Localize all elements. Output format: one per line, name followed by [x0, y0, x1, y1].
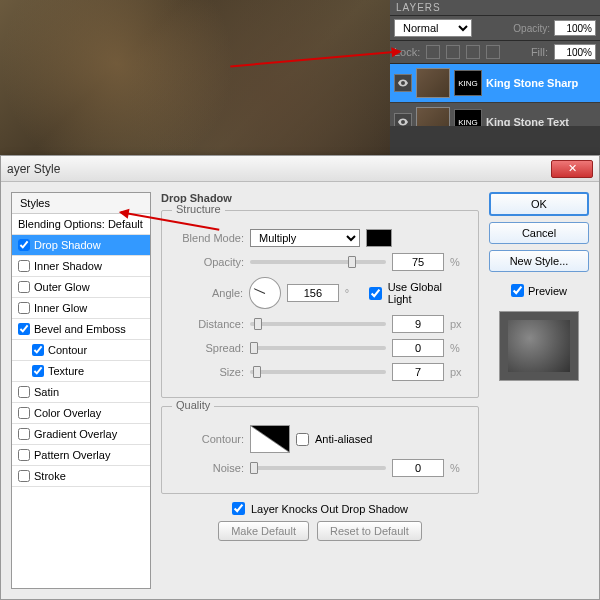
checkbox[interactable] [18, 470, 30, 482]
checkbox[interactable] [18, 323, 30, 335]
layer-thumbnail[interactable] [416, 68, 450, 98]
spread-slider[interactable] [250, 346, 386, 350]
checkbox[interactable] [18, 386, 30, 398]
fill-label: Fill: [531, 46, 548, 58]
opacity-label: Opacity: [513, 23, 550, 34]
blending-options-item[interactable]: Blending Options: Default [12, 214, 150, 235]
checkbox[interactable] [18, 239, 30, 251]
dialog-buttons: OK Cancel New Style... Preview [489, 192, 589, 589]
ok-button[interactable]: OK [489, 192, 589, 216]
blend-mode-label: Blend Mode: [172, 232, 244, 244]
reset-default-button[interactable]: Reset to Default [317, 521, 422, 541]
layer-row-selected[interactable]: KING King Stone Sharp [390, 64, 600, 103]
style-stroke[interactable]: Stroke [12, 466, 150, 487]
checkbox[interactable] [32, 365, 44, 377]
style-contour[interactable]: Contour [12, 340, 150, 361]
layer-name[interactable]: King Stone Sharp [486, 77, 578, 89]
dialog-title: ayer Style [7, 162, 60, 176]
contour-picker[interactable] [250, 425, 290, 453]
style-inner-glow[interactable]: Inner Glow [12, 298, 150, 319]
spread-label: Spread: [172, 342, 244, 354]
close-button[interactable]: ✕ [551, 160, 593, 178]
distance-slider[interactable] [250, 322, 386, 326]
close-icon: ✕ [568, 162, 577, 175]
distance-label: Distance: [172, 318, 244, 330]
checkbox[interactable] [32, 344, 44, 356]
make-default-button[interactable]: Make Default [218, 521, 309, 541]
blend-mode-select[interactable]: Normal [394, 19, 472, 37]
quality-group: Quality Contour: Anti-aliased Noise: % [161, 406, 479, 494]
lock-transparent-icon[interactable] [426, 45, 440, 59]
global-light-checkbox[interactable] [369, 287, 382, 300]
anti-aliased-label: Anti-aliased [315, 433, 372, 445]
group-title: Structure [172, 203, 225, 215]
anti-aliased-checkbox[interactable] [296, 433, 309, 446]
styles-header[interactable]: Styles [12, 193, 150, 214]
knockout-checkbox[interactable] [232, 502, 245, 515]
opacity-input[interactable] [554, 20, 596, 36]
rock-texture-background [0, 0, 390, 160]
preview-label: Preview [528, 285, 567, 297]
size-slider[interactable] [250, 370, 386, 374]
settings-panel: Drop Shadow Structure Blend Mode: Multip… [161, 192, 479, 589]
size-input[interactable] [392, 363, 444, 381]
group-title: Quality [172, 399, 214, 411]
layer-style-dialog: ayer Style ✕ Styles Blending Options: De… [0, 155, 600, 600]
structure-group: Structure Blend Mode: Multiply Opacity: … [161, 210, 479, 398]
angle-input[interactable] [287, 284, 339, 302]
angle-label: Angle: [172, 287, 243, 299]
styles-list: Styles Blending Options: Default Drop Sh… [11, 192, 151, 589]
checkbox[interactable] [18, 281, 30, 293]
angle-dial[interactable] [249, 277, 281, 309]
preview-thumbnail [499, 311, 579, 381]
opacity-label: Opacity: [172, 256, 244, 268]
style-gradient-overlay[interactable]: Gradient Overlay [12, 424, 150, 445]
distance-input[interactable] [392, 315, 444, 333]
contour-label: Contour: [172, 433, 244, 445]
style-satin[interactable]: Satin [12, 382, 150, 403]
checkbox[interactable] [18, 449, 30, 461]
style-outer-glow[interactable]: Outer Glow [12, 277, 150, 298]
cancel-button[interactable]: Cancel [489, 222, 589, 244]
style-texture[interactable]: Texture [12, 361, 150, 382]
checkbox[interactable] [18, 302, 30, 314]
preview-checkbox[interactable] [511, 284, 524, 297]
checkbox[interactable] [18, 260, 30, 272]
layers-panel: LAYERS Normal Opacity: Lock: Fill: KING … [390, 0, 600, 142]
noise-slider[interactable] [250, 466, 386, 470]
lock-move-icon[interactable] [466, 45, 480, 59]
opacity-slider[interactable] [250, 260, 386, 264]
opacity-input[interactable] [392, 253, 444, 271]
size-label: Size: [172, 366, 244, 378]
spread-input[interactable] [392, 339, 444, 357]
lock-paint-icon[interactable] [446, 45, 460, 59]
knockout-label: Layer Knocks Out Drop Shadow [251, 503, 408, 515]
checkbox[interactable] [18, 407, 30, 419]
style-color-overlay[interactable]: Color Overlay [12, 403, 150, 424]
layer-fx-thumb: KING [454, 70, 482, 96]
layers-panel-header: LAYERS [390, 0, 600, 16]
lock-all-icon[interactable] [486, 45, 500, 59]
checkbox[interactable] [18, 428, 30, 440]
new-style-button[interactable]: New Style... [489, 250, 589, 272]
dialog-titlebar[interactable]: ayer Style ✕ [1, 156, 599, 182]
noise-label: Noise: [172, 462, 244, 474]
style-inner-shadow[interactable]: Inner Shadow [12, 256, 150, 277]
fill-input[interactable] [554, 44, 596, 60]
style-drop-shadow[interactable]: Drop Shadow [12, 235, 150, 256]
blend-mode-select[interactable]: Multiply [250, 229, 360, 247]
noise-input[interactable] [392, 459, 444, 477]
visibility-eye-icon[interactable] [394, 74, 412, 92]
style-bevel-emboss[interactable]: Bevel and Emboss [12, 319, 150, 340]
shadow-color-swatch[interactable] [366, 229, 392, 247]
style-pattern-overlay[interactable]: Pattern Overlay [12, 445, 150, 466]
global-light-label: Use Global Light [388, 281, 468, 305]
